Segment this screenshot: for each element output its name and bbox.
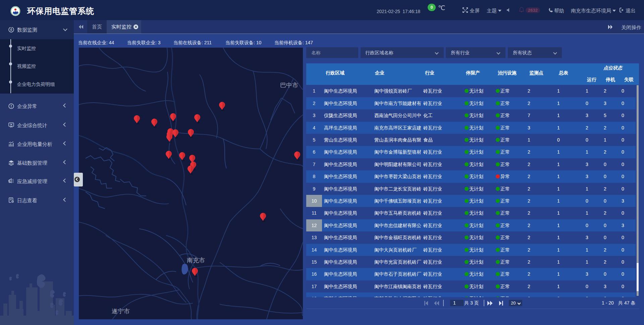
svg-text:巴中市: 巴中市 <box>280 82 298 89</box>
svg-text:南充市: 南充市 <box>187 257 205 264</box>
svg-text:遂宁市: 遂宁市 <box>112 308 130 315</box>
